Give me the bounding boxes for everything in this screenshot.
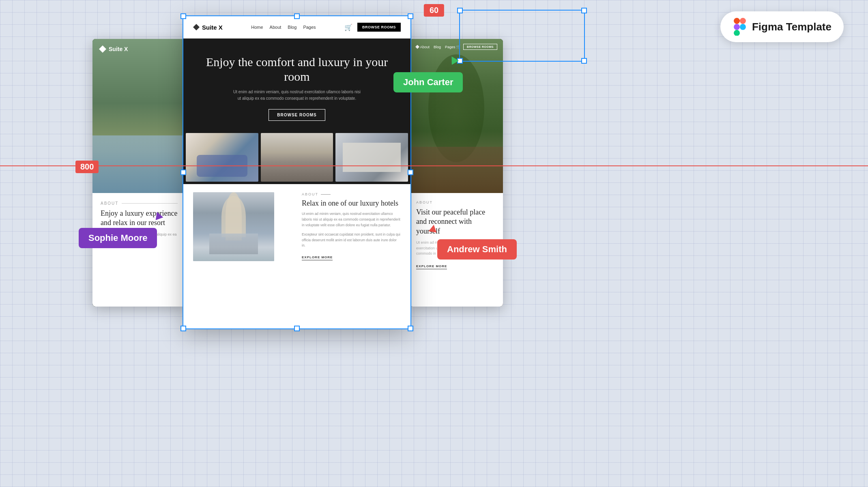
svg-rect-0 bbox=[734, 18, 740, 24]
john-carter-badge: John Carter bbox=[393, 72, 463, 92]
right-nav-right: 🛒 BROWSE ROOMS bbox=[456, 44, 497, 50]
main-about-section: ABOUT Relax in one of our luxury hotels … bbox=[183, 184, 410, 269]
left-card-logo-text: Suite X bbox=[109, 46, 128, 52]
nav-home[interactable]: Home bbox=[251, 25, 263, 30]
suite-x-name: Suite X bbox=[202, 24, 223, 31]
right-logo-icon bbox=[415, 45, 419, 49]
hotel-lobby-img-container bbox=[193, 192, 292, 261]
hero-subtitle: Ut enim ad minim veniam, quis nostrud ex… bbox=[232, 89, 362, 102]
figma-logo-icon bbox=[733, 18, 747, 36]
room-dining-img bbox=[261, 133, 333, 182]
room-lounge-img bbox=[186, 133, 258, 182]
nav-browse-btn[interactable]: BROWSE ROOMS bbox=[357, 23, 401, 32]
left-preview-card: Suite X Find your perfect vacation Ut en… bbox=[92, 39, 186, 307]
hero-title: Enjoy the comfort and luxury in your roo… bbox=[193, 55, 401, 84]
left-card-logo: Suite X bbox=[99, 45, 128, 53]
right-nav-links: About Blog Pages bbox=[420, 45, 455, 49]
svg-point-4 bbox=[740, 24, 746, 30]
about-text2: Excepteur sint occaecat cupidatat non pr… bbox=[302, 232, 401, 249]
right-logo bbox=[415, 45, 419, 49]
rooms-grid bbox=[183, 131, 410, 184]
right-nav-blog[interactable]: Blog bbox=[434, 45, 441, 49]
right-card-hero: About Blog Pages 🛒 BROWSE ROOMS bbox=[410, 39, 503, 193]
right-browse-btn[interactable]: BROWSE ROOMS bbox=[463, 44, 497, 50]
suite-x-logo: Suite X bbox=[193, 24, 223, 31]
right-about-title: Visit our peaceful place and reconnect w… bbox=[416, 208, 496, 236]
nav-links: Home About Blog Pages bbox=[251, 25, 316, 30]
sophie-moore-badge: Sophie Moore bbox=[79, 228, 157, 248]
right-card-nav: About Blog Pages 🛒 BROWSE ROOMS bbox=[410, 39, 503, 55]
nav-about[interactable]: About bbox=[270, 25, 281, 30]
right-about-label: ABOUT bbox=[416, 200, 496, 204]
main-card-hero: Enjoy the comfort and luxury in your roo… bbox=[183, 39, 410, 131]
suite-x-icon bbox=[193, 24, 200, 30]
figma-badge-text: Figma Template bbox=[752, 21, 831, 33]
suite-x-logo-icon bbox=[99, 45, 106, 53]
about-title: Relax in one of our luxury hotels bbox=[302, 199, 401, 208]
right-cart-icon: 🛒 bbox=[456, 45, 461, 49]
about-text1: Ut enim ad minim veniam, quis nostrud ex… bbox=[302, 211, 401, 228]
figma-badge: Figma Template bbox=[720, 11, 844, 42]
hero-browse-btn[interactable]: BROWSE ROOMS bbox=[269, 109, 325, 121]
andrew-smith-badge: Andrew Smith bbox=[437, 239, 517, 260]
cart-icon[interactable]: 🛒 bbox=[344, 24, 352, 31]
svg-rect-1 bbox=[740, 18, 746, 24]
measure-left-line bbox=[0, 165, 868, 166]
svg-rect-3 bbox=[734, 30, 740, 36]
about-text-block: ABOUT Relax in one of our luxury hotels … bbox=[302, 192, 401, 261]
left-card-about-label: ABOUT bbox=[101, 201, 178, 206]
right-nav-pages[interactable]: Pages bbox=[445, 45, 455, 49]
left-card-about-title: Enjoy a luxury experience and relax in o… bbox=[101, 209, 178, 228]
room-bedroom-img bbox=[335, 133, 408, 182]
about-label: ABOUT bbox=[302, 192, 401, 196]
right-nav-about[interactable]: About bbox=[420, 45, 430, 49]
nav-pages[interactable]: Pages bbox=[303, 25, 316, 30]
measure-top-badge: 60 bbox=[424, 4, 444, 17]
svg-rect-2 bbox=[734, 24, 740, 30]
main-card-nav: Suite X Home About Blog Pages 🛒 BROWSE R… bbox=[183, 16, 410, 39]
left-card-about: ABOUT Enjoy a luxury experience and rela… bbox=[92, 193, 186, 307]
right-explore-btn[interactable]: EXPLORE MORE bbox=[416, 264, 447, 269]
measure-left-badge: 800 bbox=[75, 161, 99, 173]
explore-more-btn[interactable]: EXPLORE MORE bbox=[302, 255, 333, 260]
nav-blog[interactable]: Blog bbox=[288, 25, 296, 30]
nav-right: 🛒 BROWSE ROOMS bbox=[344, 23, 401, 32]
main-preview-card: Suite X Home About Blog Pages 🛒 BROWSE R… bbox=[183, 16, 410, 328]
